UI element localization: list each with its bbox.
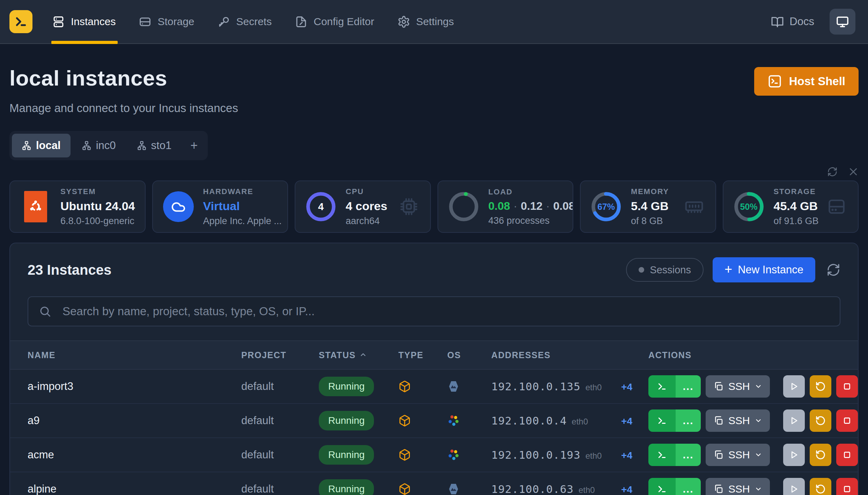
column-header-addresses[interactable]: ADDRESSES: [491, 350, 648, 360]
remote-tab-inc0[interactable]: inc0: [72, 134, 126, 157]
terminal-window-icon: [767, 74, 782, 89]
stat-sub: 6.8.0-100-generic: [60, 216, 135, 227]
nav-item-secrets[interactable]: Secrets: [218, 0, 272, 43]
restart-button[interactable]: [810, 409, 831, 432]
stats-close-icon[interactable]: [848, 167, 859, 178]
ssh-button[interactable]: SSH: [706, 375, 770, 398]
nav-item-instances[interactable]: Instances: [52, 0, 116, 43]
search-input[interactable]: [28, 296, 840, 326]
instances-count-title: 23 Instances: [28, 262, 111, 278]
remote-tab-sto1[interactable]: sto1: [127, 134, 182, 157]
load-values: 0.08 · 0.12 · 0.08: [488, 200, 563, 213]
stat-label: LOAD: [488, 187, 563, 197]
terminal-more-button[interactable]: ...: [676, 375, 701, 398]
table-row[interactable]: a-import3 default Running 192.100.0.135 …: [10, 370, 858, 404]
table-row[interactable]: alpine default Running 192.100.0.63 eth0…: [10, 472, 858, 495]
instance-name[interactable]: a9: [28, 414, 241, 427]
memory-ram-icon: [683, 196, 705, 217]
nav-item-settings[interactable]: Settings: [397, 0, 454, 43]
host-shell-button[interactable]: Host Shell: [754, 67, 859, 96]
stop-button[interactable]: [836, 444, 858, 466]
almalinux-os-icon: [447, 414, 460, 427]
almalinux-os-icon: [447, 449, 460, 461]
new-instance-button[interactable]: + New Instance: [713, 257, 815, 282]
more-ips-link[interactable]: +4: [621, 382, 648, 393]
page-header: local instances Manage and connect to yo…: [9, 66, 859, 115]
instance-iface: eth0: [572, 417, 588, 427]
page-title: local instances: [9, 66, 238, 90]
instance-name[interactable]: acme: [28, 449, 241, 461]
nav-label: Secrets: [236, 16, 272, 28]
stat-card-load: LOAD 0.08 · 0.12 · 0.08 436 processes: [437, 180, 574, 233]
play-icon: [789, 416, 799, 426]
column-header-type[interactable]: TYPE: [398, 350, 447, 360]
cpu-chip-icon: [398, 196, 420, 217]
restart-button[interactable]: [810, 444, 831, 466]
terminal-more-button[interactable]: ...: [676, 444, 701, 466]
column-header-os[interactable]: OS: [447, 350, 491, 360]
restart-icon: [815, 484, 826, 494]
table-row[interactable]: acme default Running 192.100.0.193 eth0 …: [10, 438, 858, 472]
instance-iface: eth0: [586, 451, 602, 461]
ssh-button[interactable]: SSH: [706, 409, 770, 432]
instances-refresh-icon[interactable]: [826, 263, 840, 277]
nav-item-storage[interactable]: Storage: [139, 0, 194, 43]
stop-icon: [843, 382, 852, 391]
column-header-project[interactable]: PROJECT: [241, 350, 319, 360]
table-row[interactable]: a9 default Running 192.100.0.4 eth0 +4: [10, 404, 858, 438]
start-button[interactable]: [783, 375, 805, 398]
remote-tab-local[interactable]: local: [12, 134, 71, 157]
start-button[interactable]: [783, 409, 805, 432]
storage-drive-icon: [826, 196, 847, 217]
stats-refresh-icon[interactable]: [827, 167, 838, 178]
nav-item-config-editor[interactable]: Config Editor: [295, 0, 374, 43]
stat-card-cpu: 4 CPU 4 cores aarch64: [295, 180, 431, 233]
terminal-prompt-icon: [14, 15, 28, 29]
docs-link[interactable]: Docs: [771, 15, 814, 28]
column-header-actions: ACTIONS: [648, 350, 840, 360]
alpine-os-icon: [447, 483, 460, 495]
display-mode-button[interactable]: [830, 9, 855, 35]
terminal-split-button[interactable]: ...: [648, 444, 701, 466]
open-terminal-button[interactable]: [648, 478, 676, 495]
terminal-split-button[interactable]: ...: [648, 375, 701, 398]
app-logo[interactable]: [9, 10, 32, 33]
network-icon: [22, 141, 31, 150]
sessions-status-dot: [639, 267, 644, 273]
more-ips-link[interactable]: +4: [621, 450, 648, 461]
chevron-down-icon: [755, 451, 762, 459]
stop-button[interactable]: [836, 478, 858, 495]
memory-ring-gauge: 67%: [591, 191, 621, 222]
book-open-icon: [771, 15, 784, 28]
remote-tab-label: local: [36, 139, 61, 152]
active-nav-indicator: [51, 41, 118, 44]
more-ips-link[interactable]: +4: [621, 484, 648, 495]
search-bar: [10, 296, 858, 326]
instance-name[interactable]: a-import3: [28, 380, 241, 393]
stop-button[interactable]: [836, 409, 858, 432]
ssh-button[interactable]: SSH: [706, 444, 770, 466]
host-stats-row: SYSTEM Ubuntu 24.04 6.8.0-100-generic HA…: [9, 180, 859, 233]
column-header-name[interactable]: NAME: [28, 350, 241, 360]
start-button[interactable]: [783, 444, 805, 466]
restart-button[interactable]: [810, 375, 831, 398]
more-ips-link[interactable]: +4: [621, 416, 648, 427]
storage-ring-gauge: 50%: [734, 191, 764, 222]
sessions-button[interactable]: Sessions: [626, 258, 704, 282]
column-header-status[interactable]: STATUS: [319, 350, 398, 360]
instance-name[interactable]: alpine: [28, 483, 241, 495]
stat-sub: of 91.6 GB: [774, 216, 819, 227]
start-button[interactable]: [783, 478, 805, 495]
open-terminal-button[interactable]: [648, 375, 676, 398]
ssh-button[interactable]: SSH: [706, 478, 770, 495]
restart-button[interactable]: [810, 478, 831, 495]
open-terminal-button[interactable]: [648, 409, 676, 432]
terminal-split-button[interactable]: ...: [648, 409, 701, 432]
terminal-more-button[interactable]: ...: [676, 409, 701, 432]
terminal-split-button[interactable]: ...: [648, 478, 701, 495]
add-remote-button[interactable]: +: [183, 133, 205, 158]
stop-button[interactable]: [836, 375, 858, 398]
terminal-more-button[interactable]: ...: [676, 478, 701, 495]
remote-tab-label: inc0: [96, 139, 116, 152]
open-terminal-button[interactable]: [648, 444, 676, 466]
